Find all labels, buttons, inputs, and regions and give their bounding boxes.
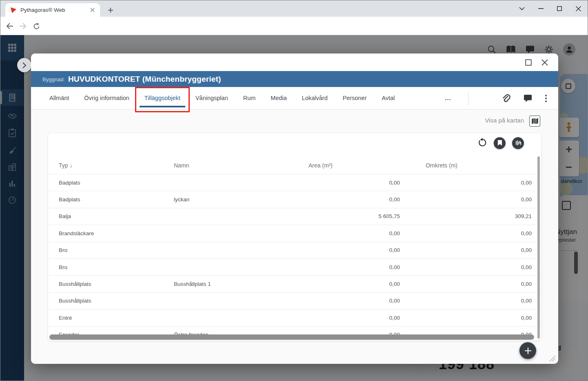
cell-typ: Busshållplats [48,298,174,304]
tab-allm-nt[interactable]: Allmänt [49,87,69,109]
comment-icon[interactable] [524,94,532,102]
cell-typ: Bro [48,264,174,270]
cell-typ: Busshållplats [48,281,174,287]
cell-area: 0,00 [299,196,408,203]
dialog-title: HUVUDKONTORET (Münchenbryggeriet) [68,75,221,84]
cell-area: 0,00 [299,180,408,186]
browser-tab[interactable]: Pythagoras® Web [5,3,100,17]
map-icon [531,118,539,125]
cell-area: 0,00 [299,247,408,253]
table-horizontal-scrollbar[interactable] [49,334,534,340]
cell-omkrets: 0,00 [408,196,541,203]
table-row[interactable]: Badplats 0,00 0,00 [48,174,541,191]
cell-omkrets: 0,00 [408,247,541,253]
tab-lokalv-rd[interactable]: Lokalvård [302,87,328,109]
cell-area: 0,00 [299,298,408,304]
add-object-button[interactable] [519,342,536,359]
dialog-tab-bar: AllmäntÖvrig informationTilläggsobjektVå… [31,87,558,109]
tab--vrig-information[interactable]: Övrig information [84,87,129,109]
dialog-header: Byggnad: HUVUDKONTORET (Münchenbryggerie… [31,71,558,87]
table-body: Badplats 0,00 0,00 Badplats lyckan 0,00 … [48,174,541,341]
cell-namn: Busshållplats 1 [174,281,299,287]
saved-filters-button[interactable] [494,137,506,149]
table-row[interactable]: Entré 0,00 0,00 [48,309,541,326]
chevron-right-icon [22,62,27,69]
table-header-row: Typ↓ Namn Area (m²) Omkrets (m) [48,156,541,174]
show-on-map-button[interactable] [529,116,540,127]
tab-personer[interactable]: Personer [343,87,367,109]
annotation-red-box [135,87,190,112]
refresh-icon[interactable] [477,138,487,148]
plus-icon [524,347,532,354]
cell-omkrets: 309,21 [408,213,541,219]
resize-handle[interactable] [549,355,556,362]
equalizer-bars-icon [515,140,521,146]
tab-rum[interactable]: Rum [243,87,256,109]
dialog-title-strip [31,53,558,71]
dialog-menu-kebab-icon[interactable] [545,95,547,102]
sort-desc-icon: ↓ [70,162,73,169]
tab-till-ggsobjekt[interactable]: Tilläggsobjekt [144,87,180,109]
column-settings-button[interactable] [512,137,524,149]
new-tab-button[interactable] [106,5,115,15]
cell-namn: lyckan [174,196,299,203]
cell-typ: Badplats [48,180,174,186]
cell-area: 0,00 [299,281,408,287]
browser-window: Pythagoras® Web [0,0,588,381]
show-on-map-link[interactable]: Visa på kartan [485,117,524,124]
table-vertical-scrollbar[interactable] [537,156,540,339]
tab-v-ningsplan[interactable]: Våningsplan [195,87,228,109]
tab-title: Pythagoras® Web [20,7,89,13]
back-button[interactable] [4,20,16,32]
cell-area: 0,00 [299,264,408,270]
cell-typ: Bro [48,247,174,253]
column-header-typ[interactable]: Typ↓ [48,162,174,169]
window-chevron-icon[interactable] [513,0,531,17]
window-close-button[interactable] [569,0,588,17]
forward-button[interactable] [17,20,29,32]
cell-omkrets: 0,00 [408,281,541,287]
cell-omkrets: 0,00 [408,298,541,304]
column-header-omkrets[interactable]: Omkrets (m) [408,162,541,169]
cell-omkrets: 0,00 [408,264,541,270]
cell-omkrets: 0,00 [408,230,541,236]
browser-toolbar: pim.pythagoras.se/py_datamanager_sales/p… [0,17,588,35]
cell-typ: Entré [48,315,174,321]
cell-typ: Brandsläckare [48,230,174,236]
tabbar-divider [468,91,468,105]
cell-area: 5 605,75 [299,213,408,219]
additional-objects-table: Typ↓ Namn Area (m²) Omkrets (m) Badplats… [48,133,541,341]
column-header-area[interactable]: Area (m²) [299,162,408,169]
bookmark-icon [497,140,502,146]
table-row[interactable]: Bro 0,00 0,00 [48,242,541,258]
tab-media[interactable]: Media [271,87,287,109]
reload-button[interactable] [31,20,42,32]
tab-overflow[interactable]: ... [445,87,451,109]
table-row[interactable]: Busshållplats Busshållplats 1 0,00 0,00 [48,275,541,292]
table-row[interactable]: Bro 0,00 0,00 [48,258,541,275]
cell-area: 0,00 [299,315,408,321]
tab-avtal[interactable]: Avtal [382,87,395,109]
cell-typ: Badplats [48,196,174,203]
pythagoras-favicon [10,7,17,13]
table-row[interactable]: Balja 5 605,75 309,21 [48,208,541,225]
window-minimize-button[interactable] [531,0,550,17]
dialog-close-button[interactable] [540,58,549,67]
table-row[interactable]: Badplats lyckan 0,00 0,00 [48,191,541,207]
cell-omkrets: 0,00 [408,180,541,186]
attachment-icon[interactable] [501,94,510,103]
table-row[interactable]: Busshållplats 0,00 0,00 [48,292,541,309]
window-maximize-button[interactable] [550,0,569,17]
tab-close-icon[interactable] [89,7,96,14]
entity-type-label: Byggnad: [42,76,65,82]
cell-area: 0,00 [299,230,408,236]
cell-omkrets: 0,00 [408,315,541,321]
cell-typ: Balja [48,213,174,219]
table-row[interactable]: Brandsläckare 0,00 0,00 [48,225,541,241]
browser-tab-strip: Pythagoras® Web [0,0,588,17]
building-dialog: Byggnad: HUVUDKONTORET (Münchenbryggerie… [31,53,558,364]
column-header-namn[interactable]: Namn [174,162,299,169]
dialog-maximize-button[interactable] [524,58,533,67]
dialog-collapse-button[interactable] [17,58,31,72]
